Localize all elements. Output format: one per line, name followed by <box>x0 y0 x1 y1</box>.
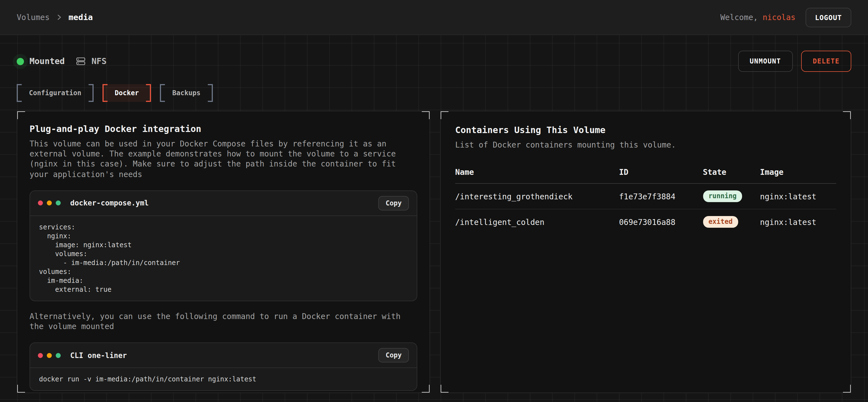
containers-panel: Containers Using This Volume List of Doc… <box>440 111 851 393</box>
containers-table-header: Name ID State Image <box>455 164 836 184</box>
username: nicolas <box>763 13 796 22</box>
cli-code-header: CLI one-liner Copy <box>30 343 417 368</box>
traffic-light-green-icon <box>56 353 61 358</box>
topbar-right: Welcome, nicolas LOGOUT <box>720 7 851 27</box>
container-id: f1e73e7f3884 <box>619 192 703 201</box>
container-image: nginx:latest <box>760 217 836 226</box>
compose-code-content: services: nginx: image: nginx:latest vol… <box>30 216 417 301</box>
compose-copy-button[interactable]: Copy <box>378 196 409 210</box>
main-content: Mounted NFS UNMOUNT DELETE Configuration <box>0 35 868 402</box>
container-image: nginx:latest <box>760 192 836 201</box>
logout-button[interactable]: LOGOUT <box>806 7 851 27</box>
breadcrumb-current-volume: media <box>68 13 93 22</box>
column-header-name: Name <box>455 168 619 176</box>
container-state: running <box>703 191 760 202</box>
cli-title: CLI one-liner <box>70 351 127 359</box>
container-state: exited <box>703 216 760 228</box>
driver-type-label: NFS <box>91 56 106 66</box>
mounted-status-dot-icon <box>17 58 24 65</box>
status-badge: running <box>703 191 742 202</box>
panels-row: Plug-and-play Docker integration This vo… <box>17 111 851 393</box>
welcome-text: Welcome, nicolas <box>720 13 796 22</box>
compose-code-block: docker-compose.yml Copy services: nginx:… <box>30 191 417 301</box>
unmount-button[interactable]: UNMOUNT <box>738 51 793 72</box>
cli-code-content: docker run -v im-media:/path/in/containe… <box>30 368 417 390</box>
corner-bracket-icon <box>422 385 430 393</box>
containers-table: Name ID State Image /interesting_grothen… <box>455 164 836 234</box>
corner-bracket-icon <box>440 111 448 119</box>
containers-panel-subtitle: List of Docker containers mounting this … <box>455 140 836 150</box>
corner-bracket-icon <box>422 111 430 119</box>
corner-bracket-icon <box>440 385 448 393</box>
docker-panel-title: Plug-and-play Docker integration <box>30 124 417 134</box>
corner-bracket-icon <box>17 385 25 393</box>
container-row: /intelligent_colden 069e73016a88 exited … <box>455 209 836 234</box>
app-screen: Volumes media Welcome, nicolas LOGOUT Mo… <box>0 0 868 402</box>
tab-configuration[interactable]: Configuration <box>17 84 94 102</box>
corner-bracket-icon <box>843 385 851 393</box>
corner-bracket-icon <box>843 111 851 119</box>
container-row: /interesting_grothendieck f1e73e7f3884 r… <box>455 184 836 209</box>
container-name: /interesting_grothendieck <box>455 192 619 201</box>
traffic-light-red-icon <box>38 353 43 358</box>
docker-panel-description: This volume can be used in your Docker C… <box>30 139 417 179</box>
column-header-id: ID <box>619 168 703 176</box>
mounted-status-label: Mounted <box>30 56 65 66</box>
status-row: Mounted NFS UNMOUNT DELETE <box>17 35 851 72</box>
tab-docker[interactable]: Docker <box>102 84 151 102</box>
status-badge: exited <box>703 216 738 228</box>
traffic-light-red-icon <box>38 201 43 206</box>
container-id: 069e73016a88 <box>619 217 703 226</box>
volume-actions: UNMOUNT DELETE <box>738 51 851 72</box>
delete-button[interactable]: DELETE <box>801 51 851 72</box>
topbar: Volumes media Welcome, nicolas LOGOUT <box>0 0 868 35</box>
traffic-light-yellow-icon <box>47 353 52 358</box>
column-header-image: Image <box>760 168 836 176</box>
cli-intro-text: Alternatively, you can use the following… <box>30 311 417 332</box>
welcome-prefix: Welcome, <box>720 13 763 22</box>
tab-backups[interactable]: Backups <box>160 84 213 102</box>
container-name: /intelligent_colden <box>455 217 619 226</box>
breadcrumb: Volumes media <box>17 13 93 22</box>
compose-filename: docker-compose.yml <box>70 199 149 207</box>
compose-code-header: docker-compose.yml Copy <box>30 191 417 216</box>
chevron-right-icon <box>55 13 63 21</box>
traffic-light-green-icon <box>56 201 61 206</box>
containers-panel-title: Containers Using This Volume <box>455 125 836 135</box>
corner-bracket-icon <box>17 111 25 119</box>
column-header-state: State <box>703 168 760 176</box>
cli-copy-button[interactable]: Copy <box>378 348 409 363</box>
traffic-light-yellow-icon <box>47 201 52 206</box>
breadcrumb-volumes-link[interactable]: Volumes <box>17 13 50 22</box>
volume-status: Mounted NFS <box>17 56 107 66</box>
cli-code-block: CLI one-liner Copy docker run -v im-medi… <box>30 342 417 391</box>
server-stack-icon <box>76 56 86 66</box>
tab-bar: Configuration Docker Backups <box>17 84 851 102</box>
docker-integration-panel: Plug-and-play Docker integration This vo… <box>17 111 430 393</box>
